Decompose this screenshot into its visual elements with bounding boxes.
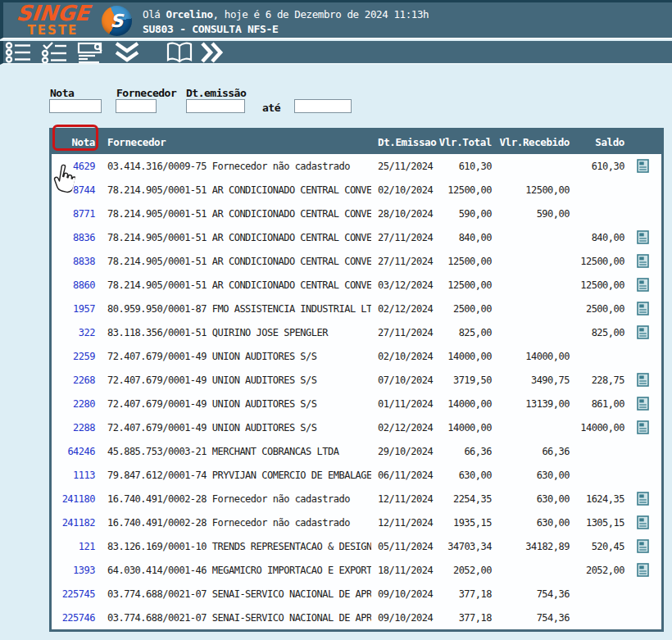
vlr-total-cell: 1935,15 (437, 517, 492, 529)
table-row: 322 83.118.356/0001-51 QUIRINO JOSE SPEN… (52, 320, 661, 344)
fornecedor-filter-input[interactable] (116, 99, 157, 113)
nota-link[interactable]: 8860 (73, 279, 95, 291)
table-row: 8771 78.214.905/0001-51 AR CONDICIONADO … (52, 202, 661, 225)
col-header-saldo[interactable]: Saldo (570, 136, 624, 148)
nota-link[interactable]: 8744 (73, 184, 95, 196)
dt-emissao-cell: 12/11/2024 (371, 517, 437, 529)
dt-emissao-cell: 27/11/2024 (371, 327, 437, 338)
nota-link[interactable]: 1113 (73, 470, 95, 481)
icon-toolbar (0, 41, 672, 65)
vlr-total-cell: 66,36 (437, 446, 492, 457)
vlr-total-cell: 2052,00 (437, 565, 492, 576)
book-icon[interactable] (166, 42, 193, 63)
col-header-nota[interactable]: Nota (52, 136, 99, 148)
nota-link[interactable]: 322 (79, 327, 95, 338)
table-row: 8836 78.214.905/0001-51 AR CONDICIONADO … (52, 225, 661, 249)
document-icon[interactable] (637, 492, 649, 506)
nota-link[interactable]: 2288 (73, 422, 95, 433)
double-chevron-down-icon[interactable] (113, 42, 141, 63)
nota-link[interactable]: 225746 (62, 612, 95, 624)
document-icon[interactable] (637, 397, 649, 411)
table-row: 225746 03.774.688/0021-07 SENAI-SERVICO … (52, 606, 661, 629)
document-icon[interactable] (637, 230, 649, 244)
document-icon[interactable] (637, 278, 649, 292)
document-icon[interactable] (637, 373, 649, 387)
vlr-recebido-cell: 3490,75 (492, 374, 570, 386)
nota-link[interactable]: 8771 (73, 208, 95, 220)
dt-emissao-cell: 01/11/2024 (371, 398, 437, 410)
globe-letter: S (111, 11, 124, 31)
dt-emissao-cell: 06/11/2024 (371, 470, 437, 481)
saldo-cell: 520,45 (570, 541, 624, 552)
dt-emissao-cell: 12/11/2024 (371, 493, 437, 505)
document-icon[interactable] (637, 254, 649, 268)
nota-filter-label: Nota (50, 87, 74, 99)
nota-link[interactable]: 1393 (73, 565, 95, 576)
document-icon[interactable] (637, 563, 649, 577)
fornecedor-cell: 16.740.491/0002-28 Fornecedor não cadast… (99, 517, 371, 529)
col-header-dt-emissao[interactable]: Dt.Emissao (371, 136, 437, 148)
vlr-total-cell: 2254,35 (437, 493, 492, 505)
double-chevron-right-icon[interactable] (200, 42, 225, 63)
table-row: 1957 80.959.950/0001-87 FMO ASSISTENCIA … (52, 297, 661, 320)
fornecedor-cell: 80.959.950/0001-87 FMO ASSISTENCIA INDUS… (99, 303, 371, 315)
nota-link[interactable]: 2268 (73, 374, 95, 386)
dt-emissao-cell: 02/10/2024 (371, 351, 437, 362)
document-icon[interactable] (637, 302, 649, 315)
fornecedor-filter-label: Fornecedor (116, 87, 176, 99)
vlr-recebido-cell: 34182,89 (492, 541, 570, 552)
dt-emissao-cell: 02/12/2024 (371, 422, 437, 433)
app-header: SINGE TESTE S Olá Orcelino, hoje é 6 de … (0, 2, 672, 39)
col-header-vlr-total[interactable]: Vlr.Total (437, 136, 492, 148)
vlr-total-cell: 2500,00 (437, 303, 492, 315)
nota-link[interactable]: 241180 (62, 493, 95, 505)
nota-link[interactable]: 2280 (73, 398, 95, 410)
nota-link[interactable]: 2259 (73, 351, 95, 362)
document-icon[interactable] (637, 515, 649, 529)
vlr-total-cell: 377,18 (437, 612, 492, 624)
nota-link[interactable]: 64246 (67, 446, 95, 457)
fornecedor-cell: 78.214.905/0001-51 AR CONDICIONADO CENTR… (99, 184, 371, 196)
saldo-cell: 2052,00 (570, 565, 624, 576)
fornecedor-cell: 72.407.679/0001-49 UNION AUDITORES S/S (99, 398, 371, 410)
search-form-icon[interactable] (77, 42, 107, 63)
nota-link[interactable]: 225745 (62, 588, 95, 600)
dt-emissao-cell: 07/10/2024 (371, 374, 437, 386)
table-row: 241182 16.740.491/0002-28 Fornecedor não… (52, 511, 661, 534)
document-icon[interactable] (637, 325, 649, 339)
table-row: 8838 78.214.905/0001-51 AR CONDICIONADO … (52, 249, 661, 273)
nota-link[interactable]: 8836 (73, 232, 95, 243)
document-icon[interactable] (637, 420, 649, 434)
vlr-recebido-cell: 13139,00 (492, 398, 570, 410)
nota-link[interactable]: 8838 (73, 256, 95, 267)
dt-emissao-cell: 09/10/2024 (371, 588, 437, 600)
vlr-recebido-cell: 14000,00 (492, 351, 570, 362)
document-icon[interactable] (637, 539, 649, 553)
fornecedor-cell: 03.774.688/0021-07 SENAI-SERVICO NACIONA… (99, 588, 371, 600)
dt-emissao-from-input[interactable] (186, 99, 245, 113)
nota-link[interactable]: 241182 (62, 517, 95, 529)
fornecedor-cell: 72.407.679/0001-49 UNION AUDITORES S/S (99, 374, 371, 386)
table-row: 4629 03.414.316/0009-75 Fornecedor não c… (52, 154, 661, 178)
vlr-total-cell: 825,00 (437, 327, 492, 338)
nota-link[interactable]: 4629 (73, 161, 95, 172)
vlr-total-cell: 377,18 (437, 588, 492, 600)
dt-emissao-cell: 03/12/2024 (371, 279, 437, 291)
ate-label: até (262, 102, 280, 114)
nota-link[interactable]: 121 (79, 541, 95, 552)
dt-emissao-cell: 27/11/2024 (371, 256, 437, 267)
nota-link[interactable]: 1957 (73, 303, 95, 315)
table-row: 1393 64.030.414/0001-46 MEGAMICRO IMPORT… (52, 558, 661, 582)
dt-emissao-to-input[interactable] (294, 99, 352, 113)
table-row: 2268 72.407.679/0001-49 UNION AUDITORES … (52, 368, 661, 392)
col-header-fornecedor[interactable]: Fornecedor (99, 136, 371, 148)
document-icon[interactable] (637, 159, 649, 173)
bullet-list-icon[interactable] (5, 42, 34, 63)
app-logo[interactable]: SINGE TESTE (10, 3, 96, 37)
checklist-icon[interactable] (41, 42, 70, 63)
col-header-vlr-recebido[interactable]: Vlr.Recebido (492, 136, 570, 148)
vlr-recebido-cell: 66,36 (492, 446, 570, 457)
screen-title: SU803 - CONSULTA NFS-E (143, 23, 279, 35)
nota-filter-input[interactable] (49, 99, 102, 113)
fornecedor-cell: 03.414.316/0009-75 Fornecedor não cadast… (99, 161, 371, 172)
